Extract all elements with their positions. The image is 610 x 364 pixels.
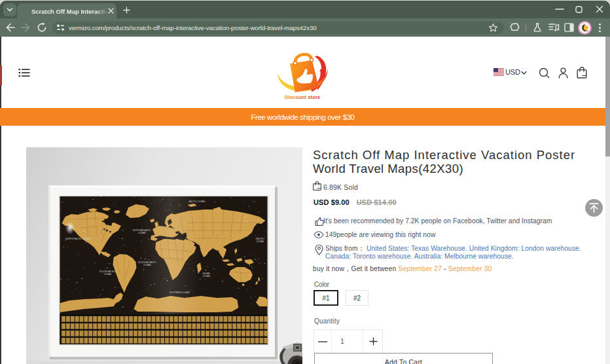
svg-text:OCEAN: OCEAN — [143, 264, 151, 266]
svg-text:ARCTIC OCEAN: ARCTIC OCEAN — [188, 200, 205, 203]
svg-text:SOUTHERN OCEAN: SOUTHERN OCEAN — [170, 291, 190, 294]
svg-text:OCEAN: OCEAN — [256, 240, 264, 243]
svg-text:NORTH PACIFIC OCEAN: NORTH PACIFIC OCEAN — [65, 238, 90, 240]
svg-text:OCEAN: OCEAN — [138, 232, 146, 234]
svg-text:OCEAN: OCEAN — [104, 273, 112, 276]
svg-text:Discount store: Discount store — [285, 94, 321, 100]
svg-text:OCEAN: OCEAN — [202, 275, 210, 278]
